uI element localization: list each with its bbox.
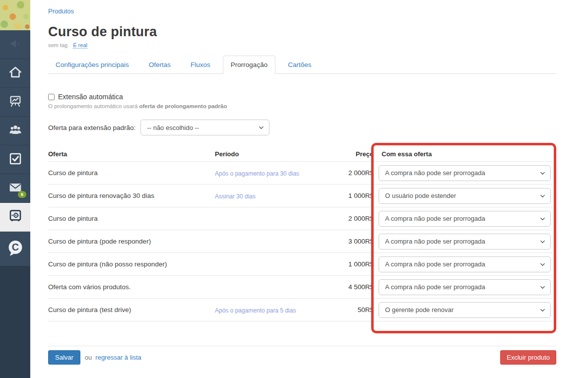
- header-com-essa-oferta: Com essa oferta: [374, 150, 556, 158]
- offer-name: Oferta com vários produtos.: [48, 283, 215, 291]
- check-square-icon: [8, 151, 23, 168]
- row-3-prolongation-select[interactable]: A compra não pode ser prorrogada: [379, 211, 551, 227]
- row-6-prolongation-select[interactable]: A compra não pode ser prorrogada: [379, 279, 551, 295]
- period-link[interactable]: Assinar 30 dias: [215, 193, 256, 200]
- sidebar-footer-area: [0, 266, 30, 378]
- auto-extension-help: O prolongamento automático usará oferta …: [48, 103, 556, 109]
- sidebar-item-tasks[interactable]: [0, 145, 30, 174]
- save-button[interactable]: Salvar: [48, 350, 80, 365]
- sidebar-item-analytics[interactable]: [0, 88, 30, 117]
- chat-logo-icon: C: [6, 239, 25, 259]
- header-oferta: Oferta: [48, 150, 215, 158]
- tab-bar: Configurações principais Ofertas Fluxos …: [48, 56, 556, 74]
- sidebar: 6 C: [0, 0, 30, 378]
- chart-easel-icon: [8, 94, 23, 111]
- or-text: ou: [85, 354, 92, 361]
- breadcrumb-produtos[interactable]: Produtos: [48, 7, 74, 15]
- page-title: Curso de pintura: [48, 24, 556, 39]
- header-periodo: Período: [215, 150, 322, 158]
- sidebar-item-messages[interactable]: 6: [0, 174, 30, 203]
- offer-price: 2 000R$: [322, 215, 374, 222]
- speaker-muted-icon: [9, 37, 22, 52]
- row-4-prolongation-select[interactable]: A compra não pode ser prorrogada: [379, 234, 551, 250]
- offer-name: Curso de pintura: [48, 169, 215, 177]
- tab-cartoes[interactable]: Cartões: [280, 56, 319, 73]
- auto-extension-label[interactable]: Extensão automática: [58, 93, 123, 101]
- header-preco: Preço: [322, 150, 374, 158]
- auto-extension-checkbox[interactable]: [48, 94, 55, 100]
- offer-name: Curso de pintura (não posso responder): [48, 260, 215, 268]
- default-extension-offer-select[interactable]: -- não escolhido --: [140, 120, 269, 135]
- sidebar-item-sales[interactable]: [0, 203, 30, 232]
- offer-name: Curso de pintura: [48, 215, 215, 222]
- offer-price: 3 000R$: [322, 238, 374, 245]
- safe-icon: [7, 208, 23, 226]
- tab-configuracoes-principais[interactable]: Configurações principais: [48, 56, 136, 73]
- offer-price: 1 000R$: [322, 192, 374, 199]
- tag-sem-tag: sem tag: [48, 42, 67, 48]
- tab-fluxos[interactable]: Fluxos: [183, 56, 218, 73]
- table-header-row: Oferta Período Preço Com essa oferta: [48, 146, 556, 162]
- row-7-prolongation-select[interactable]: O gerente pode renovar: [379, 302, 551, 318]
- offer-name: Curso de pintura renovação 30 dias: [48, 192, 215, 199]
- table-row: Curso de pintura (não posso responder) 1…: [48, 253, 556, 276]
- main-content: Produtos Curso de pintura sem tag É real…: [30, 0, 588, 378]
- back-to-list-link[interactable]: regressar à lista: [95, 354, 141, 361]
- row-2-prolongation-select[interactable]: O usuário pode estender: [379, 188, 551, 204]
- delete-product-button[interactable]: Excluir produto: [500, 350, 556, 365]
- table-row: Curso de pintura (test drive) Após o pag…: [48, 299, 556, 321]
- sidebar-item-users[interactable]: [0, 117, 30, 145]
- tag-e-real-link[interactable]: É real: [73, 42, 87, 49]
- svg-text:C: C: [11, 242, 18, 252]
- offers-table: Oferta Período Preço Com essa oferta Cur…: [48, 146, 556, 321]
- home-icon: [8, 65, 23, 82]
- sidebar-item-announcements[interactable]: [0, 30, 30, 59]
- offer-price: 4 500R$: [322, 283, 374, 291]
- unread-count-badge: 6: [18, 191, 26, 198]
- tab-prorrogacao[interactable]: Prorrogação: [223, 56, 275, 74]
- table-row: Curso de pintura renovação 30 dias Assin…: [48, 185, 556, 207]
- table-row: Curso de pintura Após o pagamento para 3…: [48, 162, 556, 185]
- table-row: Curso de pintura 2 000R$ A compra não po…: [48, 207, 556, 230]
- workspace-logo[interactable]: [0, 0, 30, 30]
- period-link[interactable]: Após o pagamento para 30 dias: [215, 170, 299, 177]
- table-row: Curso de pintura (pode responder) 3 000R…: [48, 230, 556, 253]
- people-icon: [7, 122, 23, 140]
- footer-bar: Salvar ou regressar à lista Excluir prod…: [48, 346, 556, 365]
- table-row: Oferta com vários produtos. 4 500R$ A co…: [48, 276, 556, 299]
- tab-ofertas[interactable]: Ofertas: [141, 56, 178, 73]
- offer-price: 1 000R$: [322, 260, 374, 268]
- period-link[interactable]: Após o pagamento para 5 dias: [215, 307, 296, 314]
- default-extension-offer-label: Oferta para extensão padrão:: [48, 124, 135, 131]
- sidebar-item-home[interactable]: [0, 59, 30, 88]
- sidebar-item-chat[interactable]: C: [0, 232, 30, 266]
- help-text-prefix: O prolongamento automático usará: [48, 103, 137, 109]
- help-text-bold: oferta de prolongamento padrão: [139, 103, 227, 109]
- offer-price: 2 000R$: [322, 169, 374, 177]
- offer-price: 50R$: [322, 306, 374, 314]
- row-1-prolongation-select[interactable]: A compra não pode ser prorrogada: [379, 165, 551, 181]
- offer-name: Curso de pintura (pode responder): [48, 238, 215, 245]
- offer-name: Curso de pintura (test drive): [48, 306, 215, 314]
- row-5-prolongation-select[interactable]: A compra não pode ser prorrogada: [379, 256, 551, 272]
